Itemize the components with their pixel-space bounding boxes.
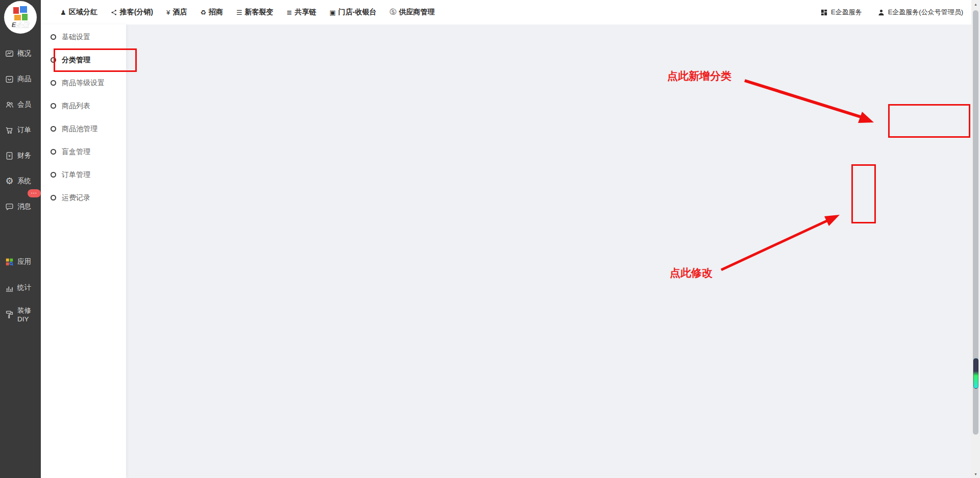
apps-color-icon [5,257,14,267]
radio-dot-icon [51,57,56,63]
topnav: ♟区域分红 推客(分销) ¥酒店 ♻招商 ☰新客裂变 ≣共享链 ▣门店-收银台 … [41,8,434,17]
logo-icon: E企盈 [6,3,35,32]
svg-text:¥: ¥ [8,154,11,158]
paint-roller-icon [5,310,14,319]
service-entry-label: E企盈服务 [831,8,862,17]
sidebar-item-finance[interactable]: ¥ 财务 [0,145,41,166]
recycle-icon: ♻ [200,9,206,16]
supplier-s-icon: Ⓢ [389,8,396,17]
radio-dot-icon [51,149,56,155]
sidebar-item-label: 会员 [17,100,31,109]
list-icon: ≣ [287,9,292,16]
topnav-item-supplier[interactable]: Ⓢ供应商管理 [389,8,434,17]
sidebar-item-messages[interactable]: 消息 [0,196,41,217]
stats-bars-icon [5,283,14,293]
sidebar-item-diy[interactable]: 装修DIY [0,304,41,324]
sidebar-item-system[interactable]: ⚙ 系统 [0,171,41,191]
submenu-item-label: 商品等级设置 [62,79,105,88]
svg-text:E企盈: E企盈 [12,21,30,29]
sidebar-item-label: 装修DIY [17,306,41,323]
topbar: ♟区域分红 推客(分销) ¥酒店 ♻招商 ☰新客裂变 ≣共享链 ▣门店-收银台 … [41,0,971,24]
submenu-item-label: 商品列表 [62,102,90,111]
sidebar-item-label: 应用 [17,257,31,266]
submenu-item-goods-list[interactable]: 商品列表 [41,94,126,117]
radio-dot-icon [51,34,56,40]
goods-bag-icon [5,74,14,84]
sidebar-item-members[interactable]: 会员 [0,94,41,115]
sidebar-item-overview[interactable]: 概况 [0,43,41,64]
main-content [126,24,971,478]
topnav-item-investment[interactable]: ♻招商 [200,8,223,17]
topnav-label: 供应商管理 [399,8,434,17]
message-badge: ··· [28,189,41,197]
sidebar-item-label: 财务 [17,151,31,160]
message-icon [5,202,14,212]
scroll-down-arrow[interactable]: ▼ [971,470,980,478]
topnav-item-hotel[interactable]: ¥酒店 [166,8,187,17]
sidebar-item-label: 商品 [17,74,31,84]
finance-icon: ¥ [5,151,14,161]
gear-icon: ⚙ [5,177,14,186]
submenu-item-freight-records[interactable]: 运费记录 [41,186,126,209]
submenu-item-goods-pool[interactable]: 商品池管理 [41,117,126,140]
members-icon [5,100,14,110]
topnav-label: 推客(分销) [120,8,153,17]
topnav-item-store-cashier[interactable]: ▣门店-收银台 [329,8,376,17]
submenu-item-goods-level[interactable]: 商品等级设置 [41,71,126,94]
radio-dot-icon [51,126,56,132]
sidebar-item-label: 消息 [17,202,31,211]
topnav-item-share-chain[interactable]: ≣共享链 [287,8,316,17]
submenu-item-category-management[interactable]: 分类管理 [41,48,126,71]
submenu-item-label: 基础设置 [62,33,90,42]
scroll-up-arrow[interactable]: ▲ [971,0,980,8]
account-menu[interactable]: E企盈服务(公众号管理员) [877,8,963,17]
user-icon [877,9,885,16]
service-entry[interactable]: E企盈服务 [820,8,862,17]
sidebar-item-apps[interactable]: 应用 [0,251,41,272]
topnav-item-promoter[interactable]: 推客(分销) [111,8,153,17]
sidebar-item-label: 概况 [17,49,31,58]
topbar-right: E企盈服务 E企盈服务(公众号管理员) [820,0,963,24]
submenu-item-basic-settings[interactable]: 基础设置 [41,26,126,48]
radio-dot-icon [51,80,56,86]
overview-chart-icon [5,49,14,59]
submenu-item-label: 盲盒管理 [62,147,90,157]
podium-icon: ♟ [60,9,66,16]
page-scrollbar: ▲ ▼ [971,0,980,478]
sidebar-item-label: 统计 [17,283,31,292]
submenu-item-label: 商品池管理 [62,124,97,134]
orders-cart-icon [5,125,14,135]
submenu-item-label: 运费记录 [62,193,90,203]
topnav-label: 招商 [209,8,223,17]
main-sidebar: E企盈 概况 商品 会员 订单 ¥ 财务 ⚙ 系统 [0,0,41,478]
sidebar-item-goods[interactable]: 商品 [0,69,41,89]
radio-dot-icon [51,195,56,200]
submenu-item-label: 订单管理 [62,170,90,180]
menu-lines-icon: ☰ [236,9,242,16]
yen-icon: ¥ [166,9,170,16]
topnav-label: 区域分红 [69,8,97,17]
submenu-item-blind-box[interactable]: 盲盒管理 [41,140,126,163]
scrollbar-marker [973,358,978,389]
submenu-item-label: 分类管理 [62,56,90,65]
apps-grid-icon [820,9,828,16]
sidebar-item-label: 订单 [17,125,31,135]
radio-dot-icon [51,172,56,178]
sidebar-item-label: 系统 [17,177,31,186]
topnav-item-new-customer[interactable]: ☰新客裂变 [236,8,274,17]
topnav-item-area-dividend[interactable]: ♟区域分红 [60,8,97,17]
submenu-item-order-management[interactable]: 订单管理 [41,163,126,186]
topnav-label: 共享链 [295,8,316,17]
topnav-label: 新客裂变 [245,8,274,17]
radio-dot-icon [51,103,56,109]
logo[interactable]: E企盈 [4,1,37,34]
share-icon [111,9,117,16]
sidebar-item-stats[interactable]: 统计 [0,278,41,298]
topnav-label: 酒店 [173,8,187,17]
store-icon: ▣ [329,9,335,16]
topnav-label: 门店-收银台 [338,8,377,17]
sidebar-item-orders[interactable]: 订单 [0,120,41,140]
account-name: E企盈服务(公众号管理员) [888,8,963,17]
goods-submenu: 基础设置 分类管理 商品等级设置 商品列表 商品池管理 盲盒管理 订单管理 运费… [41,24,126,478]
